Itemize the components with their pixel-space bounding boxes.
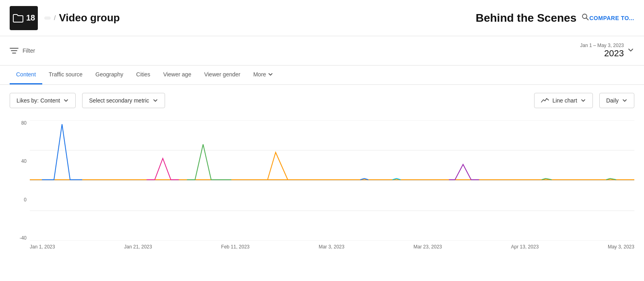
breadcrumb: / Video group [44, 12, 466, 24]
folder-icon [12, 14, 24, 23]
svg-line-1 [586, 18, 588, 20]
x-label-apr13: Apr 13, 2023 [511, 244, 539, 250]
date-range-label: Jan 1 – May 3, 2023 [580, 43, 624, 48]
secondary-metric-label: Select secondary metric [89, 97, 149, 104]
chart-area: 80 40 0 -40 [0, 116, 644, 257]
tab-traffic-source[interactable]: Traffic source [42, 66, 89, 84]
date-range: Jan 1 – May 3, 2023 2023 [580, 43, 634, 59]
y-label-80: 80 [21, 120, 27, 126]
folder-badge: 18 [10, 6, 38, 30]
breadcrumb-sep: / [54, 14, 56, 22]
chart-svg [30, 120, 634, 241]
frequency-label: Daily [606, 97, 619, 104]
tab-cities[interactable]: Cities [130, 66, 157, 84]
chart-type-dropdown[interactable]: Line chart [534, 93, 592, 108]
chevron-down-icon [580, 98, 586, 103]
y-label-40: 40 [21, 158, 27, 164]
folder-count: 18 [26, 13, 35, 23]
filter-bar: Filter Jan 1 – May 3, 2023 2023 [0, 36, 644, 66]
date-year: 2023 [580, 48, 624, 59]
secondary-metric-dropdown[interactable]: Select secondary metric [82, 93, 165, 108]
x-label-jan21: Jan 21, 2023 [124, 244, 152, 250]
chart-container: 80 40 0 -40 [10, 120, 634, 257]
controls-right: Line chart Daily [534, 93, 634, 108]
chevron-down-icon [622, 98, 627, 103]
filter-icon [10, 47, 19, 54]
compare-to-button[interactable]: COMPARE TO... [589, 15, 634, 21]
chart-type-label: Line chart [552, 97, 577, 104]
filter-label: Filter [23, 47, 35, 54]
y-label-0: 0 [24, 197, 27, 203]
chevron-down-icon [627, 46, 634, 53]
controls: Likes by: Content Select secondary metri… [0, 85, 644, 116]
tab-content[interactable]: Content [10, 66, 42, 84]
primary-metric-dropdown[interactable]: Likes by: Content [10, 93, 76, 108]
chevron-down-icon [63, 98, 69, 103]
title-area: Behind the Scenes [476, 12, 590, 25]
chevron-down-icon-small [268, 72, 273, 77]
breadcrumb-video-group: Video group [59, 12, 120, 24]
chevron-down-icon [153, 98, 158, 103]
search-icon [581, 13, 589, 21]
chart-inner [30, 120, 634, 241]
primary-metric-label: Likes by: Content [17, 97, 60, 104]
date-dropdown-button[interactable] [627, 46, 634, 55]
header: 18 / Video group Behind the Scenes COMPA… [0, 0, 644, 36]
line-chart-icon [541, 97, 549, 104]
y-axis: 80 40 0 -40 [10, 120, 30, 241]
x-label-may3: May 3, 2023 [608, 244, 634, 250]
tabs: Content Traffic source Geography Cities … [0, 66, 644, 85]
x-label-mar3: Mar 3, 2023 [319, 244, 345, 250]
x-label-feb11: Feb 11, 2023 [221, 244, 250, 250]
tab-viewer-gender[interactable]: Viewer gender [198, 66, 247, 84]
y-label-neg40: -40 [20, 235, 27, 241]
tab-viewer-age[interactable]: Viewer age [157, 66, 198, 84]
x-label-jan1: Jan 1, 2023 [30, 244, 55, 250]
x-label-mar23: Mar 23, 2023 [413, 244, 442, 250]
breadcrumb-parent [44, 16, 51, 20]
tab-geography[interactable]: Geography [89, 66, 130, 84]
tab-more[interactable]: More [247, 66, 280, 84]
x-axis: Jan 1, 2023 Jan 21, 2023 Feb 11, 2023 Ma… [30, 241, 634, 257]
frequency-dropdown[interactable]: Daily [599, 93, 634, 108]
filter-left: Filter [10, 47, 35, 54]
search-button[interactable] [581, 13, 589, 23]
page-title: Behind the Scenes [476, 12, 577, 25]
